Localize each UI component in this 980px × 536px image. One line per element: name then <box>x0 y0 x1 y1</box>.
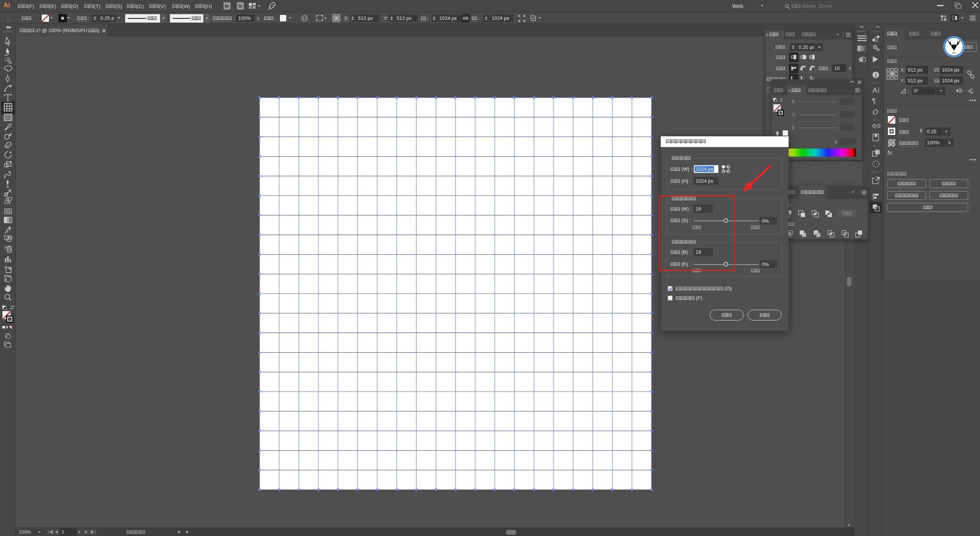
svg-text:xzb: xzb <box>952 52 956 54</box>
svg-text:A: A <box>872 87 877 94</box>
svg-text:O: O <box>872 108 878 116</box>
svg-text:¶: ¶ <box>872 98 876 105</box>
